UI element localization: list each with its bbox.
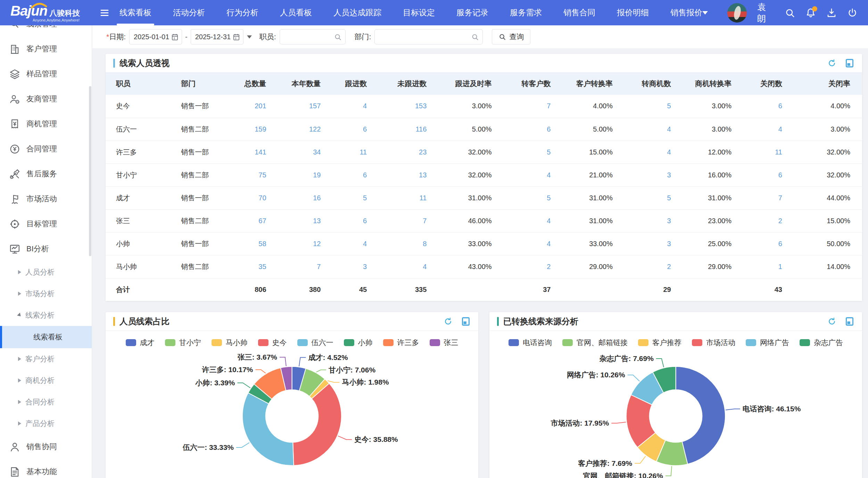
sidebar-subitem-人员分析[interactable]: 人员分析 <box>0 261 92 283</box>
count-link-cell[interactable]: 157 <box>278 95 333 118</box>
count-link-cell[interactable]: 11 <box>332 141 379 163</box>
sidebar-item-友商管理[interactable]: vs友商管理 <box>0 86 92 111</box>
sidebar-subitem-客户分析[interactable]: 客户分析 <box>0 348 92 370</box>
count-link-cell[interactable]: 11 <box>379 186 438 209</box>
count-link-cell[interactable]: 141 <box>233 141 278 163</box>
legend-item-小帅[interactable]: 小帅 <box>344 338 373 347</box>
sidebar-subitem-合同分析[interactable]: 合同分析 <box>0 391 92 413</box>
count-link-cell[interactable]: 75 <box>233 163 278 186</box>
legend-item-电话咨询[interactable]: 电话咨询 <box>509 338 552 347</box>
nav-item-销售报价[interactable]: 销售报价 <box>670 0 702 25</box>
nav-item-服务需求[interactable]: 服务需求 <box>510 0 542 25</box>
legend-item-官网、邮箱链接[interactable]: 官网、邮箱链接 <box>562 338 628 347</box>
count-link-cell[interactable]: 201 <box>233 95 278 118</box>
count-link-cell[interactable]: 2 <box>625 255 683 278</box>
count-link-cell[interactable]: 4 <box>379 255 438 278</box>
search-icon[interactable] <box>785 8 795 18</box>
count-link-cell[interactable]: 4 <box>504 232 563 255</box>
legend-item-网络广告[interactable]: 网络广告 <box>746 338 789 347</box>
count-link-cell[interactable]: 7 <box>504 95 563 118</box>
count-link-cell[interactable]: 58 <box>233 232 278 255</box>
count-link-cell[interactable]: 5 <box>625 186 683 209</box>
count-link-cell[interactable]: 35 <box>233 255 278 278</box>
sidebar-item-客户管理[interactable]: 客户管理 <box>0 36 92 61</box>
count-link-cell[interactable]: 4 <box>332 95 379 118</box>
nav-item-人员看板[interactable]: 人员看板 <box>280 0 312 25</box>
avatar[interactable] <box>727 3 747 23</box>
count-link-cell[interactable]: 7 <box>278 255 333 278</box>
count-link-cell[interactable]: 13 <box>278 209 333 232</box>
fullscreen-icon[interactable] <box>845 59 854 68</box>
sidebar-subitem-市场分析[interactable]: 市场分析 <box>0 283 92 304</box>
sidebar-item-线索管理[interactable]: 线索管理 <box>0 25 92 36</box>
count-link-cell[interactable]: 4 <box>625 141 683 163</box>
nav-overflow-caret-icon[interactable] <box>702 11 708 15</box>
count-link-cell[interactable]: 6 <box>743 163 794 186</box>
count-link-cell[interactable]: 3 <box>625 209 683 232</box>
search-icon[interactable] <box>334 33 342 41</box>
count-link-cell[interactable]: 2 <box>504 255 563 278</box>
staff-input[interactable] <box>284 33 334 41</box>
count-link-cell[interactable]: 34 <box>278 141 333 163</box>
count-link-cell[interactable]: 5 <box>504 186 563 209</box>
legend-item-史今[interactable]: 史今 <box>258 338 287 347</box>
date-start-input[interactable]: 2025-01-01 <box>129 29 182 44</box>
count-link-cell[interactable]: 12 <box>278 232 333 255</box>
count-link-cell[interactable]: 3 <box>332 255 379 278</box>
legend-item-客户推荐[interactable]: 客户推荐 <box>638 338 681 347</box>
count-link-cell[interactable]: 6 <box>743 95 794 118</box>
sidebar-subitem-线索分析[interactable]: 线索分析 <box>0 304 92 326</box>
sidebar-item-BI分析[interactable]: BI分析 <box>0 236 92 261</box>
nav-item-目标设定[interactable]: 目标设定 <box>403 0 435 25</box>
legend-item-伍六一[interactable]: 伍六一 <box>297 338 333 347</box>
count-link-cell[interactable]: 5 <box>625 95 683 118</box>
legend-item-马小帅[interactable]: 马小帅 <box>212 338 248 347</box>
count-link-cell[interactable]: 2 <box>743 209 794 232</box>
refresh-icon[interactable] <box>827 59 836 68</box>
sidebar-item-样品管理[interactable]: 样品管理 <box>0 61 92 86</box>
sidebar-item-销售协同[interactable]: 销售协同 <box>0 434 92 459</box>
count-link-cell[interactable]: 11 <box>743 141 794 163</box>
count-link-cell[interactable]: 13 <box>379 163 438 186</box>
legend-item-市场活动[interactable]: 市场活动 <box>692 338 735 347</box>
sidebar-leaf-线索看板[interactable]: 线索看板 <box>0 326 92 348</box>
user-name[interactable]: 袁朗 <box>757 1 774 24</box>
sidebar-item-商机管理[interactable]: 商机管理 <box>0 111 92 136</box>
donut-chart-source[interactable]: 电话咨询: 46.15%官网、邮箱链接: 10.26%客户推荐: 7.69%市场… <box>489 350 862 478</box>
count-link-cell[interactable]: 6 <box>743 232 794 255</box>
sidebar-subitem-商机分析[interactable]: 商机分析 <box>0 370 92 391</box>
legend-item-甘小宁[interactable]: 甘小宁 <box>165 338 201 347</box>
pie-slice-史今[interactable] <box>293 384 341 466</box>
nav-item-销售合同[interactable]: 销售合同 <box>563 0 595 25</box>
count-link-cell[interactable]: 67 <box>233 209 278 232</box>
sidebar-item-市场活动[interactable]: 市场活动 <box>0 186 92 211</box>
count-link-cell[interactable]: 4 <box>625 118 683 141</box>
count-link-cell[interactable]: 3 <box>625 163 683 186</box>
nav-item-报价明细[interactable]: 报价明细 <box>617 0 649 25</box>
date-end-input[interactable]: 2025-12-31 <box>191 29 243 44</box>
sidebar-item-基本功能[interactable]: 基本功能 <box>0 459 92 478</box>
nav-item-人员达成跟踪[interactable]: 人员达成跟踪 <box>333 0 381 25</box>
nav-item-服务记录[interactable]: 服务记录 <box>456 0 488 25</box>
legend-item-成才[interactable]: 成才 <box>126 338 155 347</box>
count-link-cell[interactable]: 23 <box>379 141 438 163</box>
count-link-cell[interactable]: 6 <box>332 118 379 141</box>
count-link-cell[interactable]: 3 <box>625 232 683 255</box>
count-link-cell[interactable]: 5 <box>504 141 563 163</box>
legend-item-杂志广告[interactable]: 杂志广告 <box>800 338 843 347</box>
count-link-cell[interactable]: 1 <box>743 255 794 278</box>
sidebar-item-售后服务[interactable]: 售后服务 <box>0 161 92 186</box>
power-icon[interactable] <box>847 8 858 18</box>
count-link-cell[interactable]: 7 <box>743 186 794 209</box>
fullscreen-icon[interactable] <box>462 317 470 326</box>
count-link-cell[interactable]: 4 <box>332 232 379 255</box>
search-icon[interactable] <box>471 33 479 41</box>
fullscreen-icon[interactable] <box>845 317 854 326</box>
count-link-cell[interactable]: 70 <box>233 186 278 209</box>
count-link-cell[interactable]: 6 <box>332 209 379 232</box>
sidebar-scrollbar[interactable] <box>89 86 91 256</box>
download-icon[interactable] <box>826 8 837 18</box>
count-link-cell[interactable]: 6 <box>332 163 379 186</box>
count-link-cell[interactable]: 122 <box>278 118 333 141</box>
legend-item-张三[interactable]: 张三 <box>430 338 458 347</box>
